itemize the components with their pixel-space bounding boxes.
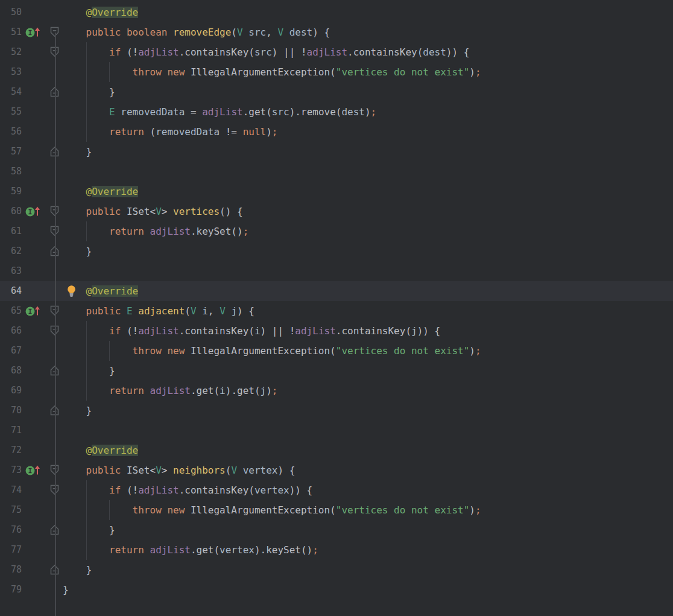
code-text-area[interactable] [63,261,673,281]
line-number[interactable]: 73 [0,460,22,480]
code-line[interactable]: 62 } [0,241,673,261]
line-number[interactable]: 76 [0,520,22,540]
fold-marker-area[interactable] [42,480,63,500]
fold-marker-area[interactable] [42,321,63,341]
code-text-area[interactable]: } [63,560,673,580]
fold-marker-area[interactable] [42,22,63,42]
line-number[interactable]: 77 [0,540,22,560]
fold-collapse-end-icon[interactable] [50,246,59,256]
fold-collapse-end-icon[interactable] [50,86,59,97]
code-line[interactable]: 59 @Override [0,182,673,202]
code-text-area[interactable]: throw new IllegalArgumentException("vert… [63,500,673,520]
code-line[interactable]: 71 [0,421,673,440]
line-number[interactable]: 69 [0,381,22,401]
code-line[interactable]: 57 } [0,142,673,162]
code-text-area[interactable]: return adjList.get(vertex).keySet(); [63,540,673,560]
line-number[interactable]: 53 [0,62,22,82]
code-line[interactable]: 74 if (!adjList.containsKey(vertex)) { [0,480,673,500]
line-number[interactable]: 78 [0,560,22,580]
line-number[interactable]: 51 [0,22,22,42]
code-line[interactable]: 60 public ISet<V> vertices() { [0,202,673,221]
code-text-area[interactable]: public ISet<V> neighbors(V vertex) { [63,460,673,480]
line-number[interactable]: 65 [0,301,22,321]
code-line[interactable]: 77 return adjList.get(vertex).keySet(); [0,540,673,560]
code-line[interactable]: 54 } [0,82,673,102]
code-text-area[interactable]: public ISet<V> vertices() { [63,202,673,221]
code-text-area[interactable]: if (!adjList.containsKey(i) || !adjList.… [63,321,673,341]
line-number[interactable]: 74 [0,480,22,500]
code-line[interactable]: 76 } [0,520,673,540]
code-text-area[interactable]: if (!adjList.containsKey(src) || !adjLis… [63,42,673,62]
line-number[interactable]: 66 [0,321,22,341]
line-number[interactable]: 59 [0,182,22,202]
code-text-area[interactable] [63,162,673,182]
code-line[interactable]: 66 if (!adjList.containsKey(i) || !adjLi… [0,321,673,341]
code-editor[interactable]: 50 @Override51 public boolean removeEdge… [0,0,673,616]
code-text-area[interactable]: @Override [63,281,673,301]
line-number[interactable]: 50 [0,2,22,22]
code-line[interactable]: 53 throw new IllegalArgumentException("v… [0,62,673,82]
code-text-area[interactable]: } [63,142,673,162]
line-number[interactable]: 67 [0,341,22,361]
line-number[interactable]: 61 [0,221,22,241]
code-text-area[interactable]: throw new IllegalArgumentException("vert… [63,341,673,361]
intention-bulb-icon[interactable] [66,285,77,297]
fold-marker-area[interactable] [42,361,63,381]
line-number[interactable]: 56 [0,122,22,142]
line-number[interactable]: 60 [0,202,22,221]
fold-collapse-icon[interactable] [50,305,59,316]
fold-marker-area[interactable] [42,202,63,221]
code-line[interactable]: 79} [0,580,673,600]
code-line[interactable]: 78 } [0,560,673,580]
fold-marker-area[interactable] [42,560,63,580]
line-number[interactable]: 68 [0,361,22,381]
code-line[interactable]: 69 return adjList.get(i).get(j); [0,381,673,401]
fold-marker-area[interactable] [42,520,63,540]
code-line[interactable]: 52 if (!adjList.containsKey(src) || !adj… [0,42,673,62]
line-number[interactable]: 72 [0,440,22,460]
fold-collapse-icon[interactable] [50,27,59,37]
code-line[interactable]: 72 @Override [0,440,673,460]
code-text-area[interactable]: } [63,82,673,102]
gutter-icon-area[interactable] [22,460,42,480]
code-line[interactable]: 56 return (removedData != null); [0,122,673,142]
line-number[interactable]: 54 [0,82,22,102]
code-text-area[interactable]: public boolean removeEdge(V src, V dest)… [63,22,673,42]
line-number[interactable]: 63 [0,261,22,281]
code-line[interactable]: 58 [0,162,673,182]
code-text-area[interactable]: if (!adjList.containsKey(vertex)) { [63,480,673,500]
code-text-area[interactable]: @Override [63,440,673,460]
fold-collapse-icon[interactable] [50,484,59,495]
code-text-area[interactable]: } [63,361,673,381]
code-line[interactable]: 55 E removedData = adjList.get(src).remo… [0,102,673,122]
fold-marker-area[interactable] [42,460,63,480]
line-number[interactable]: 58 [0,162,22,182]
fold-marker-area[interactable] [42,42,63,62]
code-line[interactable]: 64 @Override [0,281,673,301]
fold-marker-area[interactable] [42,301,63,321]
code-line[interactable]: 75 throw new IllegalArgumentException("v… [0,500,673,520]
code-text-area[interactable]: return adjList.keySet(); [63,221,673,241]
code-text-area[interactable]: @Override [63,2,673,22]
code-line[interactable]: 51 public boolean removeEdge(V src, V de… [0,22,673,42]
fold-collapse-end-icon[interactable] [50,365,59,376]
code-line[interactable]: 63 [0,261,673,281]
code-text-area[interactable]: } [63,580,673,600]
code-text-area[interactable]: return (removedData != null); [63,122,673,142]
code-text-area[interactable]: } [63,520,673,540]
gutter-icon-area[interactable] [22,202,42,221]
code-text-area[interactable]: public E adjacent(V i, V j) { [63,301,673,321]
fold-collapse-icon[interactable] [50,325,59,336]
code-line[interactable]: 70 } [0,401,673,421]
code-text-area[interactable]: throw new IllegalArgumentException("vert… [63,62,673,82]
fold-collapse-icon[interactable] [50,226,59,237]
line-number[interactable]: 52 [0,42,22,62]
fold-collapse-end-icon[interactable] [50,564,59,575]
fold-marker-area[interactable] [42,221,63,241]
code-text-area[interactable]: E removedData = adjList.get(src).remove(… [63,102,673,122]
fold-collapse-end-icon[interactable] [50,146,59,157]
code-text-area[interactable]: @Override [63,182,673,202]
gutter-icon-area[interactable] [22,22,42,42]
code-text-area[interactable]: } [63,241,673,261]
code-line[interactable]: 73 public ISet<V> neighbors(V vertex) { [0,460,673,480]
